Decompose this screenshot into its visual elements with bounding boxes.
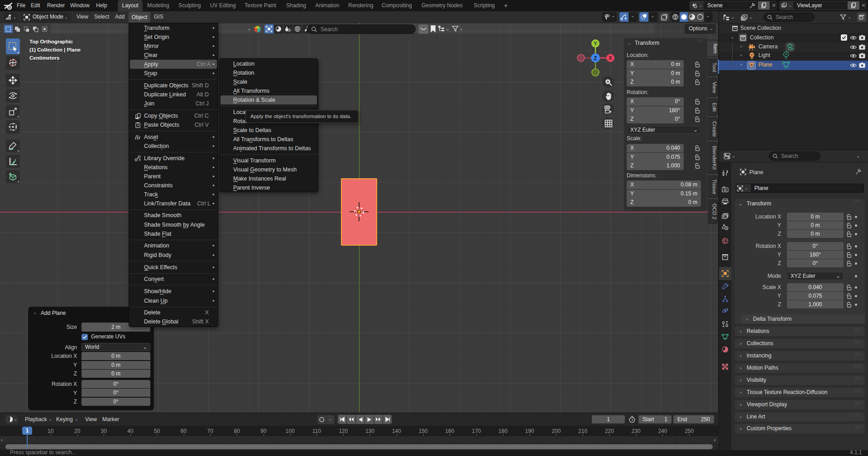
svg-text:X: X <box>609 55 612 61</box>
svg-text:Z: Z <box>594 55 597 62</box>
svg-text:Y: Y <box>594 41 597 46</box>
